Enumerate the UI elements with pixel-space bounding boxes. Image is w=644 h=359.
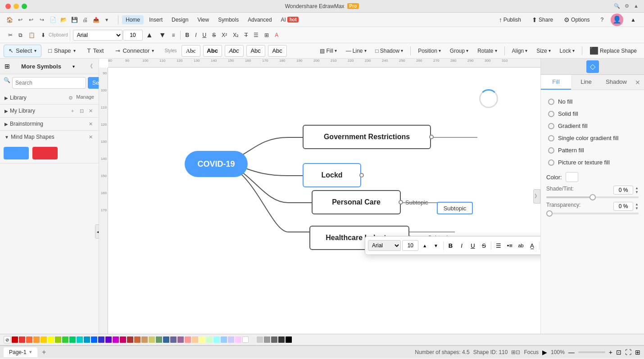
swatch-yellow-2[interactable] xyxy=(48,336,54,343)
topic-node-gov[interactable]: Government Restrictions xyxy=(303,125,431,149)
add-library-icon[interactable]: + xyxy=(69,107,76,114)
canvas-container[interactable]: 80 90 100 110 120 130 140 150 160 170 18… xyxy=(99,59,540,334)
group-btn[interactable]: Group▾ xyxy=(446,45,472,57)
share-button[interactable]: ⬆ Share xyxy=(528,15,557,25)
fullscreen-icon[interactable]: ⛶ xyxy=(625,349,631,356)
subtopic-label-personal[interactable]: Subtopic xyxy=(405,199,428,206)
menu-design[interactable]: Design xyxy=(168,15,192,24)
fill-btn[interactable]: ▧ Fill ▾ xyxy=(316,45,340,57)
close-library-icon[interactable]: ✕ xyxy=(87,107,94,114)
floating-font-select[interactable]: Arial xyxy=(368,240,401,251)
connector-circle-lockdown[interactable] xyxy=(359,173,364,177)
swatch-yellow-1[interactable] xyxy=(41,336,47,343)
connector-circle-personal[interactable] xyxy=(399,200,403,204)
more-nav-icon[interactable]: ▾ xyxy=(102,15,112,25)
swatch-blue-1[interactable] xyxy=(84,336,90,343)
swatch-red-1[interactable] xyxy=(12,336,18,343)
focus-label[interactable]: Focus xyxy=(524,349,539,355)
swatch-navy-1[interactable] xyxy=(98,336,104,343)
zoom-slider[interactable] xyxy=(578,351,605,353)
floating-bold-btn[interactable]: B xyxy=(446,240,456,251)
swatch-pink-light-1[interactable] xyxy=(185,336,191,343)
collapse-menu-icon[interactable]: ▲ xyxy=(627,15,639,24)
options-button[interactable]: ⚙ Options xyxy=(560,15,593,25)
menu-home[interactable]: Home xyxy=(122,15,144,24)
transparency-slider-thumb[interactable] xyxy=(546,210,553,217)
fill-icon-btn[interactable]: ◇ xyxy=(586,60,599,73)
close-brainstorming-icon[interactable]: ✕ xyxy=(87,120,94,127)
font-color-btn[interactable]: A xyxy=(272,29,281,41)
pattern-fill-option[interactable]: Pattern fill xyxy=(546,144,639,156)
color-picker-btn[interactable] xyxy=(566,172,578,182)
select-tool-btn[interactable]: ↖ Select ▾ xyxy=(4,45,41,57)
swatch-tan-1[interactable] xyxy=(141,336,148,343)
cut-button[interactable]: ✂ xyxy=(5,29,15,41)
align-left-btn[interactable]: ≡ xyxy=(169,29,178,41)
bold-btn[interactable]: B xyxy=(183,29,192,41)
open-icon[interactable]: 📂 xyxy=(59,15,68,25)
collapse-sidebar-icon[interactable]: 《 xyxy=(86,62,94,70)
swatch-lavender-1[interactable] xyxy=(228,336,234,343)
swatch-peach-1[interactable] xyxy=(192,336,198,343)
floating-bullet-btn[interactable]: •≡ xyxy=(505,240,515,251)
floating-list-btn[interactable]: ☰ xyxy=(494,240,503,251)
topic-node-personal-care[interactable]: Personal Care xyxy=(312,190,401,214)
swatch-red-2[interactable] xyxy=(19,336,25,343)
strikethrough-btn[interactable]: S xyxy=(209,29,218,41)
font-size-input[interactable] xyxy=(123,30,143,41)
style-swatch-1[interactable]: Abc xyxy=(181,45,200,57)
fit-page-icon[interactable]: ⊡ xyxy=(616,349,621,356)
home-nav-icon[interactable]: 🏠 xyxy=(5,15,14,25)
shade-slider-thumb[interactable] xyxy=(590,194,596,200)
style-swatch-3[interactable]: Abc xyxy=(225,45,244,57)
position-btn[interactable]: Position▾ xyxy=(414,45,444,57)
menu-advanced[interactable]: Advanced xyxy=(244,15,275,24)
single-color-gradient-option[interactable]: Single color gradient fill xyxy=(546,132,639,144)
undo-icon[interactable]: ↩ xyxy=(15,15,25,25)
grid-view-icon[interactable]: ⊞ xyxy=(635,349,640,356)
single-color-radio[interactable] xyxy=(548,135,554,141)
decrease-font-btn[interactable]: ▼ xyxy=(156,29,169,41)
indent-btn[interactable]: ⊞ xyxy=(262,29,272,41)
floating-strike-btn[interactable]: S xyxy=(479,240,489,251)
swatch-orange-2[interactable] xyxy=(33,336,40,343)
connector-circle-gov[interactable] xyxy=(429,135,434,139)
help-icon[interactable]: ? xyxy=(597,15,607,24)
swatch-indigo-1[interactable] xyxy=(170,336,177,343)
swatch-green-2[interactable] xyxy=(69,336,76,343)
my-library-header[interactable]: ▶ My Library + ⊡ ✕ xyxy=(0,105,99,117)
menu-ai[interactable]: AI hot xyxy=(277,15,303,24)
swatch-pink-1[interactable] xyxy=(120,336,126,343)
floating-underline2-btn[interactable]: A̲ xyxy=(527,240,537,251)
line-tab[interactable]: Line xyxy=(571,75,601,90)
close-right-panel-btn[interactable]: ✕ xyxy=(631,75,644,90)
swatch-white[interactable] xyxy=(242,336,249,343)
replace-shape-btn[interactable]: ⬛ Replace Shape xyxy=(586,45,640,57)
italic-btn[interactable]: I xyxy=(192,29,199,41)
swatch-cream-1[interactable] xyxy=(199,336,205,343)
shadow-btn[interactable]: □ Shadow ▾ xyxy=(372,45,407,57)
font-select[interactable]: Arial xyxy=(73,30,122,41)
lock-btn[interactable]: Lock▾ xyxy=(556,45,578,57)
page-tab-1[interactable]: Page-1 ▾ xyxy=(4,347,37,357)
align-btn[interactable]: Align▾ xyxy=(508,45,531,57)
swatch-gray-3[interactable] xyxy=(264,336,270,343)
search-button[interactable]: Search xyxy=(88,77,99,89)
print-icon[interactable]: 🖨 xyxy=(80,15,90,25)
swatch-purple-1[interactable] xyxy=(105,336,112,343)
underline-btn[interactable]: U xyxy=(200,29,209,41)
menu-view[interactable]: View xyxy=(194,15,213,24)
close-button[interactable] xyxy=(5,4,11,9)
gradient-fill-option[interactable]: Gradient fill xyxy=(546,120,639,132)
solid-fill-option[interactable]: Solid fill xyxy=(546,108,639,120)
copy-button[interactable]: ⧉ xyxy=(16,29,25,41)
list-btn[interactable]: ☰ xyxy=(251,29,261,41)
export-icon[interactable]: 📤 xyxy=(91,15,101,25)
page-tab-arrow[interactable]: ▾ xyxy=(29,349,32,355)
mind-map-header[interactable]: ▼ Mind Map Shapes ✕ xyxy=(0,131,99,143)
redo-icon[interactable]: ↪ xyxy=(37,15,47,25)
paste-special-button[interactable]: ⬇ xyxy=(38,29,48,41)
transparency-pct-input[interactable] xyxy=(613,202,633,211)
style-swatch-5[interactable]: Abc xyxy=(268,45,287,57)
pattern-fill-radio[interactable] xyxy=(548,147,554,154)
